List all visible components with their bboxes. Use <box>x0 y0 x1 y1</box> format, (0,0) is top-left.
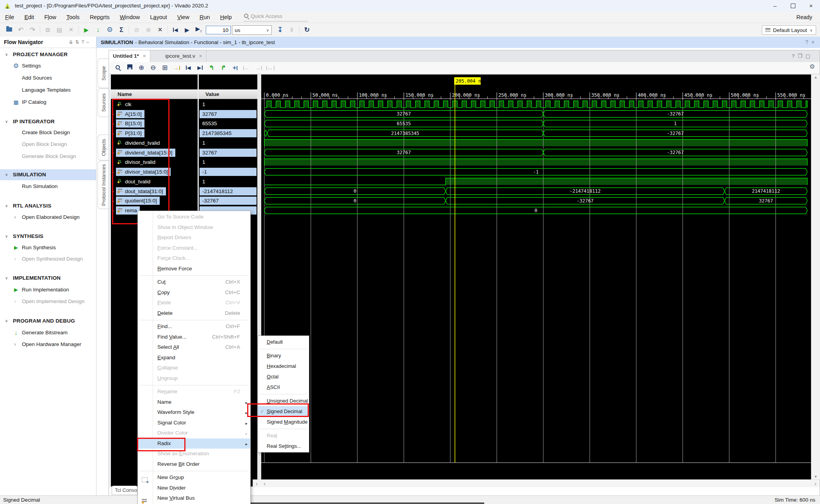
step-icon[interactable]: ↧ <box>274 23 286 37</box>
menu-item-new-virtual-bus[interactable]: New Virtual Bus <box>138 493 250 504</box>
next-marker-icon[interactable]: → <box>253 61 264 75</box>
tab-ipcore-test-v[interactable]: ipcore_test.v× <box>161 50 206 62</box>
menu-item-cut[interactable]: CutCtrl+X <box>138 277 250 287</box>
collapse-all-icon[interactable]: ⇊ <box>69 39 75 45</box>
flow-item-settings[interactable]: ⚙Settings <box>0 61 96 71</box>
signal-row-dividend-tvalid[interactable]: dividend_tvalid <box>111 138 198 148</box>
flow-section-ip-integrator[interactable]: ∨IP INTEGRATOR <box>0 116 96 127</box>
tab-tcl-console[interactable]: Tcl Consol <box>112 486 137 495</box>
expand-signal-icon[interactable]: › <box>112 208 114 214</box>
zoom-out-icon[interactable]: ⊖ <box>147 61 159 75</box>
expand-arrow-icon[interactable]: › <box>14 212 16 222</box>
flow-item-run-implementation[interactable]: ▶Run Implementation <box>0 285 96 295</box>
menu-item-signed-decimal[interactable]: ✓Signed Decimal <box>258 406 309 417</box>
flow-item-run-simulation[interactable]: Run Simulation <box>0 181 96 192</box>
menu-item-signed-magnitude[interactable]: Signed Magnitude <box>258 417 309 427</box>
expand-signal-icon[interactable]: › <box>112 149 114 156</box>
wave-search-icon[interactable] <box>112 61 124 75</box>
sim-time-input[interactable] <box>206 26 231 34</box>
menu-run[interactable]: Run <box>194 12 215 23</box>
menu-item-binary[interactable]: Binary <box>258 350 309 361</box>
menu-item-waveform-style[interactable]: Waveform Style▸ <box>138 407 250 418</box>
go-to-start-icon[interactable]: ◀ <box>182 61 194 75</box>
close-button[interactable]: × <box>802 0 820 12</box>
flow-item-create-block-design[interactable]: Create Block Design <box>0 128 96 138</box>
menu-item-show-in-object-window[interactable]: Show in Object Window <box>138 222 250 233</box>
clear-breakpoints-icon[interactable]: ⊗ <box>143 23 154 37</box>
expand-signal-icon[interactable]: › <box>112 198 114 204</box>
flow-section-simulation[interactable]: ∨SIMULATION <box>0 169 96 180</box>
side-tab-sources[interactable]: Sources <box>98 88 109 117</box>
menu-item-find-value[interactable]: Find Value...Ctrl+Shift+F <box>138 332 250 343</box>
expand-signal-icon[interactable]: › <box>112 121 114 127</box>
signal-value-dividend-tdata-15-0[interactable]: 32767 <box>199 148 257 158</box>
menu-item-signal-color[interactable]: Signal Color▸ <box>138 418 250 428</box>
side-tab-scope[interactable]: Scope <box>98 59 109 88</box>
signal-value-dividend-tvalid[interactable]: 1 <box>199 138 257 148</box>
menu-item-rename[interactable]: RenameF2 <box>138 387 250 397</box>
maximize-button[interactable] <box>784 0 802 12</box>
flow-item-open-implemented-design[interactable]: ›Open Implemented Design <box>0 296 96 307</box>
scroll-right-icon[interactable]: › <box>256 480 258 488</box>
run-icon[interactable]: ▶ <box>80 23 92 37</box>
expand-signal-icon[interactable]: › <box>112 111 114 117</box>
signal-row-quotient-15-0[interactable]: ›quotient[15:0] <box>111 196 198 206</box>
wave-settings-gear-icon[interactable]: ⚙ <box>809 63 815 70</box>
menu-item-real-settings[interactable]: Real Settings... <box>258 441 309 451</box>
menu-item-go-to-source-code[interactable]: Go To Source Code <box>138 212 250 222</box>
signal-value-dout-tdata-31-0[interactable]: -2147418112 <box>199 186 257 196</box>
menu-item-collapse[interactable]: Collapse <box>138 363 250 373</box>
value-column-header[interactable]: Value <box>199 89 257 99</box>
flow-item-generate-bitstream[interactable]: ↓Generate Bitstream <box>0 328 96 338</box>
signal-row-clk[interactable]: clk <box>111 99 198 109</box>
menu-item-name[interactable]: Name▸ <box>138 397 250 408</box>
undo-icon[interactable]: ↶ <box>15 23 27 37</box>
banner-help-icon[interactable]: ? <box>805 39 808 45</box>
minimize-button[interactable]: – <box>766 0 784 12</box>
go-to-time-icon[interactable]: → <box>171 61 182 75</box>
paste-icon[interactable]: ▤ <box>53 23 65 37</box>
scroll-down-icon[interactable]: ▼ <box>811 475 820 479</box>
menu-item-force-clock[interactable]: Force Clock... <box>138 253 250 264</box>
go-to-end-icon[interactable]: ▶ <box>194 61 206 75</box>
menu-item-paste[interactable]: PasteCtrl+V <box>138 298 250 308</box>
menu-item-force-constant[interactable]: Force Constant... <box>138 243 250 254</box>
swap-cursors-icon[interactable]: ↔ <box>264 61 276 75</box>
banner-close-icon[interactable]: × <box>811 39 815 45</box>
signal-value-divisor-tvalid[interactable]: 1 <box>199 158 257 167</box>
side-tab-protocol-instances[interactable]: Protocol Instances <box>98 161 109 209</box>
signal-row-dout-tvalid[interactable]: dout_tvalid <box>111 177 198 186</box>
signal-row-divisor-tdata-15-0[interactable]: ›divisor_tdata[15:0] <box>111 167 198 177</box>
signal-value-b-15-0[interactable]: 65535 <box>199 119 257 129</box>
breakpoint-icon[interactable]: ⊘ <box>131 23 143 37</box>
signal-value-clk[interactable]: 1 <box>199 99 257 109</box>
close-tab-icon[interactable]: × <box>199 53 202 59</box>
menu-item-ascii[interactable]: ASCII <box>258 382 309 392</box>
float-window-icon[interactable]: ❐ <box>798 53 806 59</box>
scroll-left-icon[interactable]: ‹ <box>264 480 266 488</box>
expand-arrow-icon[interactable]: › <box>14 254 16 263</box>
menu-item-copy[interactable]: CopyCtrl+C <box>138 287 250 298</box>
flow-section-implementation[interactable]: ∨IMPLEMENTATION <box>0 273 96 284</box>
redo-icon[interactable]: ↷ <box>27 23 38 37</box>
tab-help-icon[interactable]: ? <box>792 53 798 59</box>
close-tab-icon[interactable]: × <box>143 53 146 59</box>
settings-gear-icon[interactable]: ⚙ <box>104 23 116 37</box>
expand-signal-icon[interactable]: › <box>112 188 114 194</box>
menu-flow[interactable]: Flow <box>39 12 61 23</box>
flow-section-program-and-debug[interactable]: ∨PROGRAM AND DEBUG <box>0 316 96 327</box>
flow-section-synthesis[interactable]: ∨SYNTHESIS <box>0 231 96 242</box>
menu-item-default[interactable]: Default <box>258 337 309 347</box>
expand-signal-icon[interactable]: › <box>112 169 114 175</box>
signal-row-dividend-tdata-15-0[interactable]: ›dividend_tdata[15:0] <box>111 148 198 158</box>
copy-icon[interactable]: ⧉ <box>42 23 53 37</box>
menu-window[interactable]: Window <box>115 12 145 23</box>
flow-section-rtl-analysis[interactable]: ∨RTL ANALYSIS <box>0 201 96 211</box>
break-icon[interactable]: ‖ <box>286 23 298 37</box>
menu-file[interactable]: File <box>0 12 19 23</box>
horizontal-scrollbar[interactable]: › ‹ › <box>253 479 820 488</box>
tab-untitled-1[interactable]: Untitled 1*× <box>109 50 150 62</box>
scroll-right-end-icon[interactable]: › <box>815 480 816 488</box>
time-unit-select[interactable]: us∨ <box>232 25 272 35</box>
report-sigma-icon[interactable]: Σ <box>116 23 127 37</box>
